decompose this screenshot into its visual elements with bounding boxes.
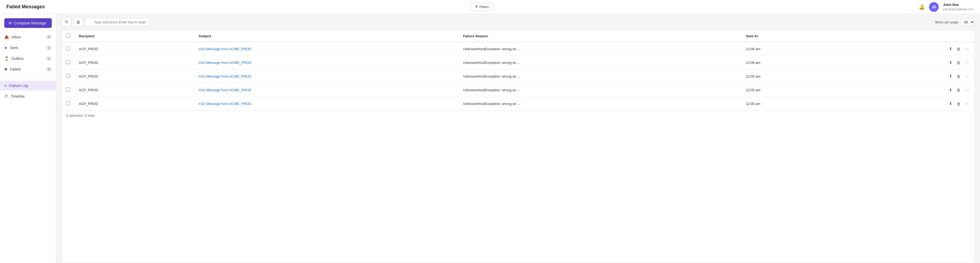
refresh-icon: ↻ (65, 19, 68, 24)
delete-row-icon-2[interactable]: 🗑 (956, 73, 962, 80)
row-checkbox-cell (62, 70, 75, 83)
header-center: ⧩ Filters (470, 3, 493, 11)
row-actions-cell: ⬇ 🗑 ⋯ (842, 70, 974, 83)
row-checkbox-0[interactable] (66, 46, 70, 51)
sidebar-item-sent[interactable]: ➤ Sent 1 (0, 43, 56, 53)
outbox-badge: 1 (46, 56, 52, 61)
sidebar-item-failed[interactable]: ✖ Failed 0 (0, 64, 56, 74)
row-checkbox-cell (62, 83, 75, 97)
sidebar-sent-label: Sent (10, 46, 18, 50)
filter-icon: ⧩ (475, 5, 478, 9)
compose-button[interactable]: ✉ Compose Message (4, 18, 52, 28)
filter-label: Filters (479, 5, 489, 9)
log-icon: ≡ (4, 83, 6, 88)
delete-button[interactable]: 🗑 (73, 17, 83, 27)
top-header: Failed Messages ⧩ Filters 🔔 JD John Doe … (0, 0, 980, 14)
row-sent-at: 12:06 am (741, 56, 842, 70)
col-recipient: Recipient (75, 30, 194, 42)
compose-label: Compose Message (14, 21, 46, 25)
row-checkbox-cell (62, 97, 75, 111)
row-checkbox-3[interactable] (66, 88, 70, 91)
timeline-icon: ⏱ (4, 94, 8, 99)
sent-badge: 1 (46, 46, 52, 50)
row-checkbox-cell (62, 56, 75, 70)
delete-row-icon-1[interactable]: 🗑 (956, 59, 962, 66)
row-subject[interactable]: AS2 Message from:ACME_PROD (194, 83, 459, 97)
filter-button[interactable]: ⧩ Filters (470, 3, 493, 11)
row-subject[interactable]: AS2 Message from:ACME_PROD (194, 70, 459, 83)
table-row: ACP_PROD AS2 Message from:ACME_PROD Unkn… (62, 42, 974, 56)
sidebar-divider (0, 77, 56, 78)
outbox-icon: ⏳ (4, 56, 9, 61)
select-all-checkbox[interactable] (66, 33, 70, 38)
row-failure-reason: UnknownHostException: wrong.se ... (459, 42, 741, 56)
sidebar-item-failure-log-left: ≡ Failure Log (4, 83, 28, 88)
sidebar-item-failure-log[interactable]: ≡ Failure Log (0, 81, 56, 91)
row-recipient: ACP_PROD (75, 56, 194, 70)
refresh-button[interactable]: ↻ (62, 17, 71, 27)
more-icon-3[interactable]: ⋯ (964, 86, 970, 93)
download-icon-0[interactable]: ⬇ (948, 45, 953, 52)
failed-icon: ✖ (4, 67, 8, 72)
bell-icon[interactable]: 🔔 (919, 4, 925, 10)
message-table-container: Recipient Subject Failure Reason Sent At… (62, 30, 975, 263)
row-failure-reason: UnknownHostException: wrong.se ... (459, 97, 741, 111)
download-icon-2[interactable]: ⬇ (948, 73, 953, 80)
row-checkbox-cell (62, 42, 75, 56)
user-info: John Doe john@as2gateway.com (943, 3, 974, 11)
inbox-icon: 📥 (4, 35, 9, 39)
row-checkbox-2[interactable] (66, 74, 70, 78)
sidebar-item-inbox-left: 📥 Inbox (4, 35, 21, 39)
envelope-icon: ✉ (9, 21, 12, 25)
sidebar-item-outbox-left: ⏳ Outbox (4, 56, 24, 61)
delete-row-icon-3[interactable]: 🗑 (956, 87, 962, 93)
download-icon-4[interactable]: ⬇ (948, 100, 953, 107)
row-recipient: ACP_PROD (75, 97, 194, 111)
row-sent-at: 12:06 am (741, 42, 842, 56)
items-per-page-label: Items per page (935, 20, 958, 24)
sidebar: ✉ Compose Message 📥 Inbox 0 ➤ Sent 1 ⏳ O… (0, 14, 56, 263)
more-icon-4[interactable]: ⋯ (964, 100, 970, 107)
search-input[interactable] (85, 18, 150, 26)
table-row: ACP_PROD AS2 Message from:ACME_PROD Unkn… (62, 97, 974, 111)
row-checkbox-1[interactable] (66, 60, 70, 64)
download-icon-3[interactable]: ⬇ (948, 86, 953, 93)
user-name: John Doe (943, 3, 974, 7)
row-failure-reason: UnknownHostException: wrong.se ... (459, 70, 741, 83)
sidebar-item-timeline[interactable]: ⏱ Timeline (0, 91, 56, 101)
sidebar-outbox-label: Outbox (11, 56, 24, 61)
more-icon-0[interactable]: ⋯ (964, 45, 970, 52)
items-per-page-select[interactable]: 10 25 50 (961, 19, 975, 26)
more-icon-1[interactable]: ⋯ (964, 59, 970, 66)
table-row: ACP_PROD AS2 Message from:ACME_PROD Unkn… (62, 70, 974, 83)
row-failure-reason: UnknownHostException: wrong.se ... (459, 83, 741, 97)
sidebar-item-failed-left: ✖ Failed (4, 67, 21, 72)
download-icon-1[interactable]: ⬇ (948, 59, 953, 66)
content: ↻ 🗑 🔍 Items per page 10 25 50 (56, 14, 980, 263)
user-email: john@as2gateway.com (943, 7, 974, 11)
sidebar-item-outbox[interactable]: ⏳ Outbox 1 (0, 54, 56, 63)
row-subject[interactable]: AS2 Message from:ACME_PROD (194, 42, 459, 56)
row-subject[interactable]: AS2 Message from:ACME_PROD (194, 56, 459, 70)
col-actions (842, 30, 974, 42)
main-layout: ✉ Compose Message 📥 Inbox 0 ➤ Sent 1 ⏳ O… (0, 14, 980, 263)
table-footer: 0 selected / 5 total (62, 111, 974, 120)
page-title: Failed Messages (6, 4, 45, 10)
trash-icon: 🗑 (76, 20, 80, 24)
row-subject[interactable]: AS2 Message from:ACME_PROD (194, 97, 459, 111)
row-failure-reason: UnknownHostException: wrong.se ... (459, 56, 741, 70)
sidebar-inbox-label: Inbox (11, 35, 21, 39)
delete-row-icon-4[interactable]: 🗑 (956, 100, 962, 107)
avatar: JD (929, 2, 939, 12)
row-sent-at: 12:05 am (741, 83, 842, 97)
row-checkbox-4[interactable] (66, 101, 70, 105)
table-row: ACP_PROD AS2 Message from:ACME_PROD Unkn… (62, 83, 974, 97)
sidebar-item-inbox[interactable]: 📥 Inbox 0 (0, 32, 56, 42)
items-per-page: Items per page 10 25 50 (935, 19, 975, 26)
more-icon-2[interactable]: ⋯ (964, 73, 970, 80)
row-sent-at: 12:05 am (741, 70, 842, 83)
sidebar-failed-label: Failed (10, 67, 21, 72)
row-actions-cell: ⬇ 🗑 ⋯ (842, 56, 974, 70)
toolbar: ↻ 🗑 🔍 Items per page 10 25 50 (56, 14, 980, 30)
delete-row-icon-0[interactable]: 🗑 (956, 46, 962, 52)
